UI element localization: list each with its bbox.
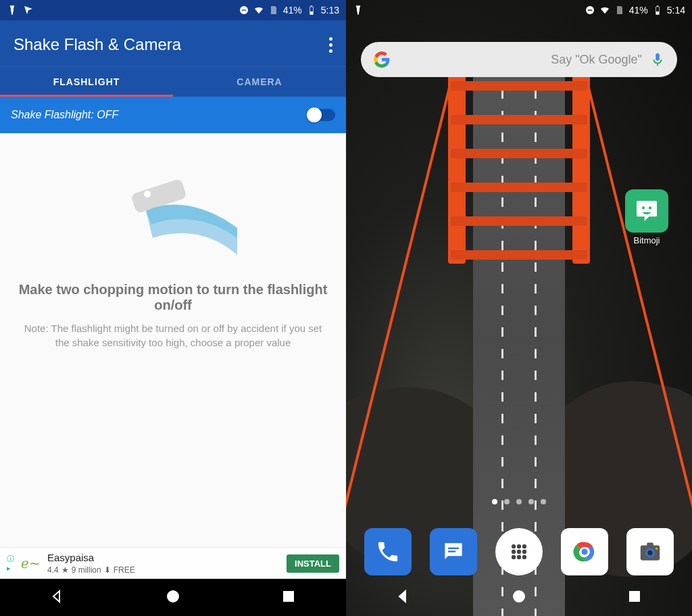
android-nav-bar [0,579,346,616]
instruction-headline: Make two chopping motion to turn the fla… [16,282,330,313]
dnd-icon [585,5,595,16]
ad-rating: 4.4 [47,565,59,575]
svg-rect-34 [630,592,639,601]
no-sim-icon [614,5,625,16]
svg-point-23 [517,555,521,559]
svg-rect-3 [310,5,312,6]
app-title: Shake Flash & Camera [14,35,181,54]
download-icon: ⬇ [104,565,111,575]
svg-point-20 [517,550,521,554]
flashlight-status-icon [7,5,18,16]
google-logo-icon [373,51,391,68]
svg-rect-10 [587,9,592,10]
svg-point-17 [517,544,521,548]
app-drawer-button[interactable] [495,528,543,575]
dock-phone-icon[interactable] [364,528,412,575]
ad-title: Easypaisa [47,552,280,563]
svg-rect-13 [656,7,659,11]
nav-recent-button[interactable] [626,588,643,607]
nav-recent-button[interactable] [280,588,297,607]
nav-back-button[interactable] [395,588,412,607]
svg-point-21 [522,550,526,554]
google-search-bar[interactable]: Say "Ok Google" [361,42,677,77]
overflow-menu-button[interactable] [329,37,332,53]
dock-messages-icon[interactable] [430,528,477,575]
svg-point-22 [512,555,516,559]
no-sim-icon [268,5,279,16]
svg-point-7 [168,591,178,602]
status-bar: 41% 5:13 [0,0,346,20]
instruction-body: Make two chopping motion to turn the fla… [0,133,346,547]
ad-price: FREE [114,565,135,575]
svg-point-33 [514,591,524,602]
bitmoji-app-icon[interactable]: Bitmoji [622,189,672,239]
svg-point-19 [512,550,516,554]
clock: 5:14 [667,5,685,16]
chop-illustration [105,174,241,262]
ad-banner[interactable]: ⓘ▸ ℯ∼ Easypaisa 4.4 ★ 9 million ⬇ FREE I… [0,547,346,579]
svg-point-32 [655,548,657,550]
shake-toggle-label: Shake Flashlight: OFF [11,109,118,121]
ad-installs: 9 million [72,565,101,575]
svg-rect-1 [241,9,246,10]
clock: 5:13 [321,5,339,16]
dock-chrome-icon[interactable] [561,528,608,575]
mic-icon[interactable] [650,52,665,67]
status-bar: 41% 5:14 [346,0,692,20]
battery-icon [652,5,663,16]
svg-rect-8 [284,592,293,601]
tab-flashlight[interactable]: FLASHLIGHT [0,67,173,97]
shake-toggle-row: Shake Flashlight: OFF [0,97,346,133]
wifi-icon [253,5,264,16]
android-nav-bar [346,579,692,616]
svg-point-30 [647,550,652,555]
ad-logo: ℯ∼ [21,555,41,571]
battery-icon [306,5,317,16]
svg-point-24 [522,555,526,559]
star-icon: ★ [61,565,69,575]
svg-point-18 [522,544,526,548]
nav-back-button[interactable] [49,588,66,607]
search-hint: Say "Ok Google" [399,53,642,67]
dock-camera-icon[interactable] [626,528,674,575]
svg-point-16 [512,544,516,548]
dnd-icon [239,5,249,16]
nav-home-button[interactable] [511,588,527,607]
svg-rect-31 [647,543,653,546]
tab-camera[interactable]: CAMERA [173,67,346,97]
flashlight-status-icon [353,5,364,16]
adchoices-icon[interactable]: ⓘ▸ [7,554,14,573]
battery-percent: 41% [283,5,302,16]
shake-toggle-switch[interactable] [308,109,335,121]
phone-left: 41% 5:13 Shake Flash & Camera FLASHLIGHT… [0,0,346,616]
svg-rect-4 [310,7,313,11]
nav-home-button[interactable] [165,588,181,607]
svg-rect-14 [448,548,459,549]
app-header: Shake Flash & Camera [0,20,346,67]
instruction-note: Note: The flashlight might be turned on … [16,321,330,350]
page-indicator[interactable] [346,499,692,504]
svg-rect-12 [656,5,658,6]
tabs: FLASHLIGHT CAMERA [0,67,346,97]
wifi-icon [599,5,610,16]
svg-point-6 [144,191,151,197]
svg-rect-15 [448,550,455,552]
bitmoji-label: Bitmoji [622,235,672,245]
install-button[interactable]: INSTALL [287,554,339,573]
dock [346,528,692,575]
phone-right: 41% 5:14 Say "Ok Google" Bitmoji [346,0,692,616]
battery-percent: 41% [629,5,648,16]
app-status-icon [23,5,34,16]
